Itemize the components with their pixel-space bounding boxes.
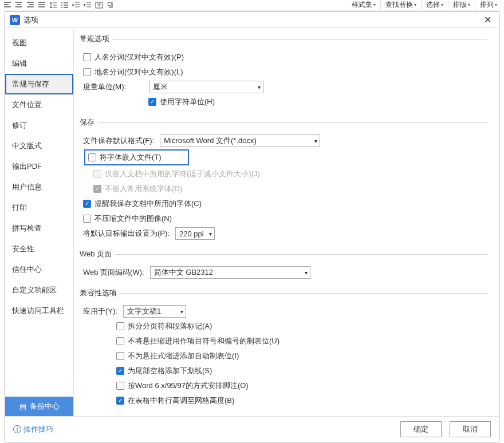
paragraph-icon[interactable] <box>105 1 116 10</box>
lbl-no-hang-tab: 不将悬挂缩进用作项目符号和编号的制表位(U) <box>128 336 279 346</box>
svg-point-1 <box>61 5 62 6</box>
lbl-place-seg: 地名分词(仅对中文有效)(L) <box>94 67 183 77</box>
lbl-default-fmt: 文件保存默认格式(F): <box>83 136 154 146</box>
lbl-trail-ul: 为尾部空格添加下划线(S) <box>128 366 212 376</box>
toolbar-left <box>2 1 116 10</box>
legend-compat: 兼容性选项 <box>80 288 120 298</box>
lbl-split-page: 拆分分页符和段落标记(A) <box>128 321 212 331</box>
select-default-fmt[interactable]: Microsoft Word 文件(*.docx) <box>160 135 320 147</box>
chk-no-auto-tab[interactable] <box>116 352 124 360</box>
align-center-icon[interactable] <box>14 1 24 10</box>
tb-styles[interactable]: 样式集▾ <box>347 1 380 10</box>
backup-center-button[interactable]: ▤ 备份中心 <box>5 397 73 416</box>
tb-select[interactable]: 选择▾ <box>421 1 448 10</box>
dialog-titlebar: W 选项 ✕ <box>5 12 499 28</box>
legend-web: Web 页面 <box>80 249 115 259</box>
tb-arrange[interactable]: 排列▾ <box>475 1 502 10</box>
list-icon[interactable] <box>60 1 70 10</box>
lbl-default-res: 将默认目标输出设置为(P): <box>83 228 170 239</box>
options-sidebar: 视图 编辑 常规与保存 文件位置 修订 中文版式 输出PDF 用户信息 打印 拼… <box>5 28 74 416</box>
chk-no-sysfont <box>93 185 101 193</box>
align-left-icon[interactable] <box>2 1 13 10</box>
ok-button[interactable]: 确定 <box>400 421 442 437</box>
backup-label: 备份中心 <box>30 401 60 412</box>
lbl-unit: 度量单位(M): <box>83 82 126 92</box>
lbl-no-auto-tab: 不为悬挂式缩进添加自动制表位(I) <box>128 351 239 361</box>
lbl-table-grid: 在表格中将行高调至网格高度(B) <box>128 395 234 406</box>
chk-trail-ul[interactable] <box>116 367 124 375</box>
chk-word6[interactable] <box>116 382 124 390</box>
lbl-embed-font: 将字体嵌入文件(T) <box>100 152 162 163</box>
lbl-embed-used: 仅嵌入文档中所用的字符(适于减小文件大小)(J) <box>105 169 260 179</box>
tb-findreplace[interactable]: 查找替换▾ <box>380 1 421 10</box>
svg-point-0 <box>61 2 62 3</box>
indent-inc-icon[interactable] <box>82 1 93 10</box>
options-content: 常规选项 人名分词(仅对中文有效)(P) 地名分词(仅对中文有效)(L) 度量单… <box>74 28 499 416</box>
section-save: 保存 文件保存默认格式(F): Microsoft Word 文件(*.docx… <box>80 117 487 244</box>
side-view[interactable]: 视图 <box>5 33 73 53</box>
section-compat: 兼容性选项 应用于(Y): 文字文稿1 拆分分页符和段落标记(A) 不将悬挂缩进… <box>80 288 487 412</box>
lbl-char-unit: 使用字符单位(H) <box>160 97 215 107</box>
app-icon: W <box>10 15 20 25</box>
select-unit[interactable]: 厘米 <box>149 81 263 93</box>
cancel-button[interactable]: 取消 <box>450 421 491 437</box>
side-general-save[interactable]: 常规与保存 <box>5 74 73 94</box>
chk-remind-fonts[interactable] <box>83 200 91 208</box>
tb-typeset[interactable]: 排版▾ <box>448 1 475 10</box>
side-userinfo[interactable]: 用户信息 <box>5 177 73 197</box>
svg-point-2 <box>61 7 62 8</box>
select-apply[interactable]: 文字文稿1 <box>123 305 186 318</box>
lbl-name-seg: 人名分词(仅对中文有效)(P) <box>94 52 184 62</box>
indent-dec-icon[interactable] <box>71 1 81 10</box>
embed-font-highlight: 将字体嵌入文件(T) <box>84 149 189 165</box>
section-general: 常规选项 人名分词(仅对中文有效)(P) 地名分词(仅对中文有效)(L) 度量单… <box>80 34 487 113</box>
side-filelocation[interactable]: 文件位置 <box>5 94 73 115</box>
textbox-icon[interactable] <box>94 1 104 10</box>
lbl-no-compress: 不压缩文件中的图像(N) <box>94 213 172 224</box>
backup-icon: ▤ <box>19 402 26 411</box>
align-right-icon[interactable] <box>25 1 36 10</box>
chk-no-compress[interactable] <box>83 215 91 223</box>
toolbar-right: 样式集▾ 查找替换▾ 选择▾ 排版▾ 排列▾ <box>347 1 502 10</box>
lbl-encoding: Web 页面编码(W): <box>83 267 144 278</box>
select-default-res[interactable]: 220 ppi <box>175 227 215 240</box>
chk-char-unit[interactable] <box>148 98 156 106</box>
dialog-footer: i 操作技巧 确定 取消 <box>5 416 499 442</box>
chk-name-seg[interactable] <box>83 53 91 61</box>
select-encoding[interactable]: 简体中文 GB2312 <box>150 266 310 279</box>
chk-place-seg[interactable] <box>83 68 91 76</box>
line-spacing-icon[interactable] <box>48 1 58 10</box>
side-spell[interactable]: 拼写检查 <box>5 218 73 239</box>
lbl-word6: 按Word 6.x/95/97的方式安排脚注(O) <box>128 381 249 391</box>
chk-table-grid[interactable] <box>116 397 124 405</box>
section-web: Web 页面 Web 页面编码(W): 简体中文 GB2312 <box>80 249 487 283</box>
options-dialog: W 选项 ✕ 视图 编辑 常规与保存 文件位置 修订 中文版式 输出PDF 用户… <box>5 11 499 442</box>
close-icon[interactable]: ✕ <box>481 13 494 27</box>
align-justify-icon[interactable] <box>37 1 47 10</box>
side-edit[interactable]: 编辑 <box>5 53 73 74</box>
info-icon: i <box>13 425 21 433</box>
app-toolbar: 样式集▾ 查找替换▾ 选择▾ 排版▾ 排列▾ <box>0 0 504 10</box>
chk-embed-font[interactable] <box>88 153 96 161</box>
tips-label: 操作技巧 <box>23 424 53 434</box>
chk-split-page[interactable] <box>116 322 124 330</box>
chk-embed-used <box>93 170 101 178</box>
tips-link[interactable]: i 操作技巧 <box>13 424 53 434</box>
dialog-title: 选项 <box>23 15 38 25</box>
chk-no-hang-tab[interactable] <box>116 337 124 345</box>
lbl-no-sysfont: 不嵌入常用系统字体(D) <box>105 184 182 194</box>
legend-save: 保存 <box>80 117 98 128</box>
side-ribbon[interactable]: 自定义功能区 <box>5 280 73 300</box>
lbl-apply: 应用于(Y): <box>83 306 117 317</box>
side-print[interactable]: 打印 <box>5 197 73 218</box>
side-qat[interactable]: 快速访问工具栏 <box>5 300 73 321</box>
legend-general: 常规选项 <box>80 34 113 44</box>
side-trust[interactable]: 信任中心 <box>5 259 73 280</box>
side-security[interactable]: 安全性 <box>5 239 73 259</box>
lbl-remind-fonts: 提醒我保存文档中所用的字体(C) <box>94 199 202 209</box>
side-pdf[interactable]: 输出PDF <box>5 156 73 177</box>
side-revision[interactable]: 修订 <box>5 115 73 136</box>
side-chinese[interactable]: 中文版式 <box>5 136 73 156</box>
